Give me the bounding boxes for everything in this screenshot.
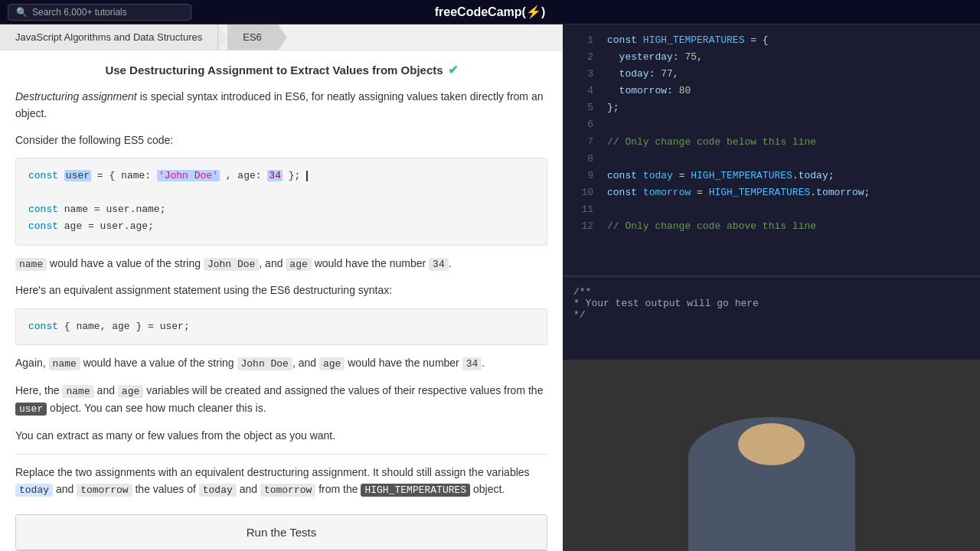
inline-johndoe: John Doe xyxy=(204,258,259,271)
lesson-p2: Consider the following ES5 code: xyxy=(15,132,547,148)
line-content-7: // Only change code below this line xyxy=(607,134,816,151)
line-content-9: const today = HIGH_TEMPERATURES.today; xyxy=(607,168,835,184)
search-icon: 🔍 xyxy=(16,7,28,18)
editor-line-1: 1 const HIGH_TEMPERATURES = { xyxy=(563,32,980,49)
editor-line-9: 9 const today = HIGH_TEMPERATURES.today; xyxy=(563,168,980,184)
separator xyxy=(15,454,547,455)
line-num-11: 11 xyxy=(570,201,593,218)
left-panel: JavaScript Algorithms and Data Structure… xyxy=(0,24,563,551)
video-person xyxy=(563,360,980,551)
breadcrumb-item-2[interactable]: ES6 xyxy=(227,24,278,50)
lesson-p5: Again, name would have a value of the st… xyxy=(15,354,547,373)
editor-line-10: 10 const tomorrow = HIGH_TEMPERATURES.to… xyxy=(563,184,980,201)
breadcrumb-arrow-1 xyxy=(218,24,227,51)
run-tests-button[interactable]: Run the Tests xyxy=(15,514,547,550)
top-bar: 🔍 Search 6,000+ tutorials freeCodeCamp(⚡… xyxy=(0,0,980,24)
breadcrumb-bar: JavaScript Algorithms and Data Structure… xyxy=(0,24,563,51)
inline-34-2: 34 xyxy=(462,357,482,370)
code-line-1: const user = { name: 'John Doe' , age: 3… xyxy=(28,168,534,184)
editor-line-2: 2 yesterday: 75, xyxy=(563,49,980,66)
kw-const: const xyxy=(28,170,58,181)
output-line-2: * Your test output will go here xyxy=(573,298,969,309)
search-placeholder: Search 6,000+ tutorials xyxy=(32,7,127,18)
lesson-content: Use Destructuring Assignment to Extract … xyxy=(0,51,563,551)
line-content-12: // Only change code above this line xyxy=(607,218,816,235)
line-num-12: 12 xyxy=(570,218,593,235)
breadcrumb-item-1[interactable]: JavaScript Algorithms and Data Structure… xyxy=(0,24,218,50)
lesson-p8: Replace the two assignments with an equi… xyxy=(15,464,547,499)
breadcrumb-arrow-2 xyxy=(278,24,287,51)
inline-name: name xyxy=(15,258,47,271)
right-panel: 1 const HIGH_TEMPERATURES = { 2 yesterda… xyxy=(563,24,980,551)
code-line-dest: const { name, age } = user; xyxy=(28,318,534,335)
code-line-3: const name = user.name; xyxy=(28,201,534,218)
inline-tomorrow: tomorrow xyxy=(77,484,132,497)
code-block-2: const { name, age } = user; xyxy=(15,308,547,345)
p1-italic: Destructuring assignment xyxy=(15,90,137,103)
prop-name: name xyxy=(121,170,145,181)
line-num-4: 4 xyxy=(570,83,593,99)
brace-open: { xyxy=(109,170,121,181)
site-logo: freeCodeCamp(⚡) xyxy=(435,5,545,19)
check-icon: ✔ xyxy=(448,63,458,77)
inline-age-3: age xyxy=(118,385,143,398)
line-num-7: 7 xyxy=(570,134,593,151)
line-num-9: 9 xyxy=(570,168,593,184)
lesson-p7: You can extract as many or few values fr… xyxy=(15,427,547,444)
line-num-10: 10 xyxy=(570,184,593,201)
code-line-4: const age = user.age; xyxy=(28,218,534,235)
editor-line-6: 6 xyxy=(563,116,980,133)
line-num-1: 1 xyxy=(570,32,593,49)
editor-line-4: 4 tomorrow: 80 xyxy=(563,83,980,99)
inline-high-temp: HIGH_TEMPERATURES xyxy=(361,484,470,497)
num-34: 34 xyxy=(267,170,283,181)
lesson-title: Use Destructuring Assignment to Extract … xyxy=(15,63,547,77)
code-line-spacer xyxy=(28,184,534,201)
output-area: /** * Your test output will go here */ xyxy=(563,276,980,360)
output-line-1: /** xyxy=(573,286,969,298)
inline-name-2: name xyxy=(49,357,80,370)
editor-line-11: 11 xyxy=(563,201,980,218)
var-user: user xyxy=(64,170,97,181)
line-content-4: tomorrow: 80 xyxy=(607,83,691,99)
line-num-3: 3 xyxy=(570,66,593,83)
lesson-p3: name would have a value of the string Jo… xyxy=(15,255,547,273)
str-john: 'John Doe' xyxy=(157,170,220,181)
line-content-10: const tomorrow = HIGH_TEMPERATURES.tomor… xyxy=(607,184,870,201)
editor-line-5: 5 }; xyxy=(563,99,980,116)
output-line-3: */ xyxy=(573,309,969,321)
line-content-5: }; xyxy=(607,99,619,116)
inline-tomorrow2: tomorrow xyxy=(260,484,315,497)
inline-age: age xyxy=(286,258,311,271)
inline-john-2: John Doe xyxy=(237,357,292,370)
line-num-5: 5 xyxy=(570,99,593,116)
equals: = xyxy=(97,170,109,181)
editor-line-3: 3 today: 77, xyxy=(563,66,980,83)
inline-name-3: name xyxy=(62,385,93,398)
inline-user: user xyxy=(15,403,47,416)
line-content-3: today: 77, xyxy=(607,66,679,83)
line-content-2: yesterday: 75, xyxy=(607,49,703,66)
main-wrapper: JavaScript Algorithms and Data Structure… xyxy=(0,24,980,551)
editor-line-8: 8 xyxy=(563,151,980,168)
inline-age-2: age xyxy=(319,357,345,370)
inline-34: 34 xyxy=(429,258,449,271)
line-num-8: 8 xyxy=(570,151,593,168)
line-num-2: 2 xyxy=(570,49,593,66)
video-area xyxy=(563,360,980,551)
cursor xyxy=(306,171,308,181)
lesson-p4: Here's an equivalent assignment statemen… xyxy=(15,282,547,298)
lesson-p6: Here, the name and age variables will be… xyxy=(15,382,547,419)
prop-age: age xyxy=(237,170,255,181)
code-block-1: const user = { name: 'John Doe' , age: 3… xyxy=(15,158,547,245)
inline-today2: today xyxy=(199,484,237,497)
search-box[interactable]: 🔍 Search 6,000+ tutorials xyxy=(8,4,191,21)
lesson-p1: Destructuring assignment is special synt… xyxy=(15,88,547,122)
editor-line-7: 7 // Only change code below this line xyxy=(563,134,980,151)
inline-today: today xyxy=(15,484,53,497)
editor-line-12: 12 // Only change code above this line xyxy=(563,218,980,235)
code-editor[interactable]: 1 const HIGH_TEMPERATURES = { 2 yesterda… xyxy=(563,24,980,276)
line-content-1: const HIGH_TEMPERATURES = { xyxy=(607,32,769,49)
line-num-6: 6 xyxy=(570,116,593,133)
